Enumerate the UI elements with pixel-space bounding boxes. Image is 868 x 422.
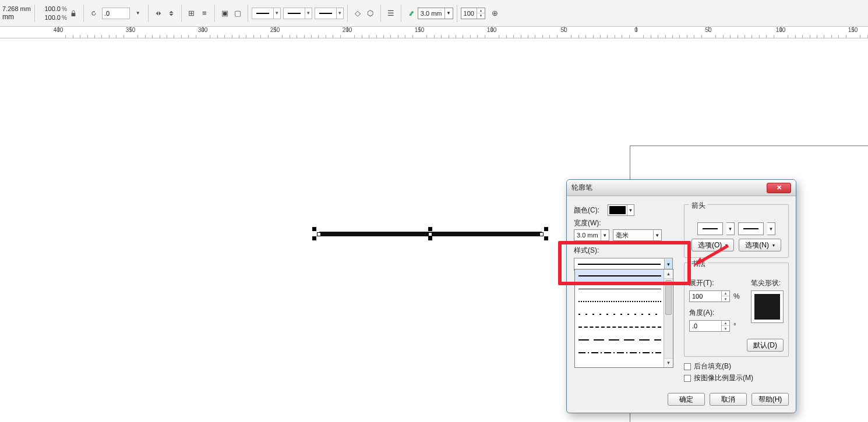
rotate-icon[interactable]: [87, 7, 100, 20]
width-combo[interactable]: 3.0 mm▼: [574, 229, 609, 241]
dialog-titlebar[interactable]: 轮廓笔 ✕: [567, 180, 796, 196]
line-node[interactable]: [317, 232, 321, 236]
nib-label: 笔尖形状:: [751, 278, 784, 288]
mirror-h-icon[interactable]: [152, 7, 165, 20]
help-button[interactable]: 帮助(H): [751, 393, 789, 406]
scroll-down-icon[interactable]: ▼: [664, 358, 673, 367]
default-button[interactable]: 默认(D): [747, 339, 784, 352]
style-option-dot[interactable]: [575, 295, 673, 308]
behind-fill-checkbox[interactable]: 后台填充(B): [684, 361, 789, 371]
dropdown-scrollbar[interactable]: ▲ ▼: [664, 269, 673, 367]
color-picker[interactable]: ▼: [608, 204, 634, 216]
degree-mark: °: [733, 322, 736, 330]
start-arrow-combo[interactable]: ▼: [252, 8, 281, 19]
style-option-long-dash[interactable]: [575, 334, 673, 346]
calligraphy-legend: 书法: [689, 259, 708, 269]
arrows-group: 箭头 ▼ ▼ 选项(O)▾ 选项(N)▾: [684, 204, 789, 258]
width-label: 宽度(W):: [574, 218, 604, 228]
selection-center[interactable]: [428, 232, 432, 236]
selection-handle[interactable]: [428, 227, 432, 231]
scale-y-value[interactable]: 100.0: [38, 14, 61, 21]
y-position-value: 7.268 mm: [2, 5, 31, 12]
opacity-combo[interactable]: 100▲▼: [461, 8, 485, 19]
arrow-options-left-button[interactable]: 选项(O)▾: [691, 239, 734, 251]
snap-icon[interactable]: ⊕: [489, 7, 502, 20]
selection-handle[interactable]: [544, 227, 548, 231]
style-option-dot-sparse[interactable]: [575, 308, 673, 321]
horizontal-ruler: 40035030025020015010050050100150: [0, 27, 868, 38]
line-node[interactable]: [539, 232, 544, 236]
scroll-up-icon[interactable]: ▲: [664, 269, 673, 279]
style-label: 样式(S):: [574, 246, 604, 256]
mirror-v-icon[interactable]: [165, 7, 178, 20]
line-style-combo[interactable]: ▼: [283, 8, 312, 19]
close-button[interactable]: ✕: [767, 183, 791, 193]
cancel-button[interactable]: 取消: [710, 393, 747, 406]
close-curve-icon[interactable]: ◇: [351, 7, 364, 20]
percent-mark: %: [62, 6, 67, 12]
arrows-legend: 箭头: [689, 201, 708, 211]
end-arrow-combo[interactable]: ▼: [315, 8, 344, 19]
auto-close-icon[interactable]: ⬡: [364, 7, 377, 20]
stretch-spinner[interactable]: ▲▼: [689, 290, 730, 302]
rotation-dropdown-icon[interactable]: ▼: [132, 7, 144, 20]
ok-button[interactable]: 确定: [668, 393, 705, 406]
align-icon[interactable]: ⊞: [185, 7, 198, 20]
scroll-thumb[interactable]: [665, 280, 672, 315]
selection-handle[interactable]: [312, 227, 316, 231]
stretch-label: 展开(T):: [689, 278, 745, 288]
style-option-thin[interactable]: [575, 282, 673, 295]
scale-with-image-checkbox[interactable]: 按图像比例显示(M): [684, 373, 789, 383]
position-unit: mm: [2, 13, 14, 21]
wrap-text-icon[interactable]: ☰: [384, 7, 397, 20]
style-option-solid[interactable]: [575, 269, 673, 282]
selection-handle[interactable]: [544, 236, 548, 240]
style-option-dash[interactable]: [575, 321, 673, 334]
rotation-input[interactable]: [102, 8, 130, 19]
lock-ratio-icon[interactable]: [67, 7, 80, 20]
color-label: 颜色(C):: [574, 205, 604, 215]
dialog-title: 轮廓笔: [571, 183, 592, 193]
distribute-icon[interactable]: ≡: [198, 7, 211, 20]
style-option-dash-dot[interactable]: [575, 346, 673, 359]
selection-handle[interactable]: [428, 236, 432, 240]
selection-handle[interactable]: [312, 236, 316, 240]
width-unit-combo[interactable]: 毫米▼: [613, 229, 662, 241]
arrow-start-combo[interactable]: [697, 222, 723, 235]
order-back-icon[interactable]: ▢: [231, 7, 244, 20]
percent-mark: %: [733, 292, 740, 300]
outline-pen-icon[interactable]: [405, 7, 418, 20]
style-dropdown-list[interactable]: ▲ ▼: [574, 269, 673, 368]
angle-spinner[interactable]: ▲▼: [689, 320, 730, 332]
order-front-icon[interactable]: ▣: [218, 7, 231, 20]
outline-width-combo[interactable]: 3.0 mm▼: [418, 8, 453, 19]
property-bar: 7.268 mm mm 100.0% 100.0% ▼ ⊞ ≡ ▣ ▢ ▼ ▼ …: [0, 0, 868, 27]
angle-label: 角度(A):: [689, 308, 745, 318]
calligraphy-group: 书法 展开(T): ▲▼ % 角度(A): ▲▼ °: [684, 263, 789, 357]
arrow-end-combo[interactable]: [738, 222, 764, 235]
scale-x-value[interactable]: 100.0: [38, 5, 61, 12]
arrow-options-right-button[interactable]: 选项(N)▾: [739, 239, 781, 251]
nib-shape-preview[interactable]: [751, 290, 784, 323]
